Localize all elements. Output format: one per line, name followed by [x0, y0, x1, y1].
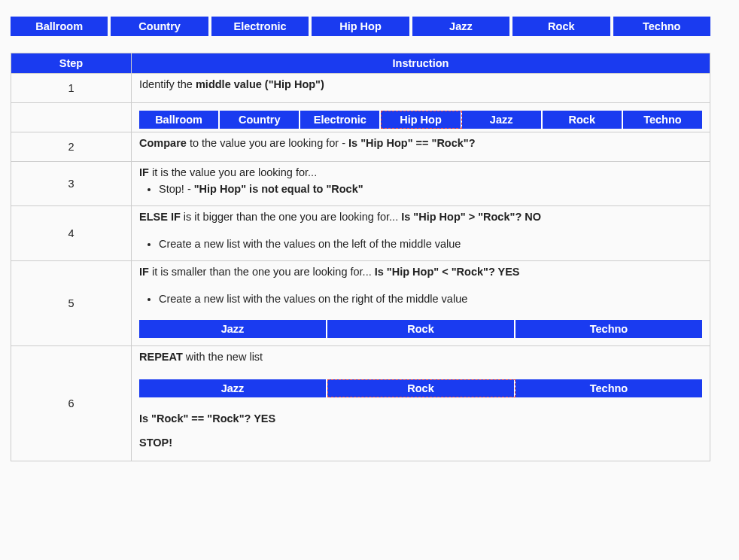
inner-cell: Jazz [139, 379, 327, 397]
instruction-cell: IF it is the value you are looking for..… [132, 162, 710, 206]
inner-cell: Techno [623, 111, 702, 129]
instruction-cell: Identify the middle value ("Hip Hop") [132, 74, 710, 103]
text: Identify the [139, 78, 196, 90]
steps-table: Step Instruction 1 Identify the middle v… [11, 53, 710, 461]
text-bold: middle value ("Hip Hop") [196, 78, 324, 90]
text-bold: Is "Hip Hop" == "Rock"? [348, 137, 476, 149]
genre-header: Ballroom Country Electronic Hip Hop Jazz… [11, 17, 710, 36]
table-row: Ballroom Country Electronic Hip Hop Jazz… [11, 103, 710, 132]
table-row: 2 Compare to the value you are looking f… [11, 132, 710, 162]
inner-row: Jazz Rock Techno [139, 379, 702, 397]
genre-cell: Ballroom [11, 17, 108, 36]
list-item: Stop! - "Hip Hop" is not equal to "Rock" [159, 183, 702, 195]
table-row: 1 Identify the middle value ("Hip Hop") [11, 74, 710, 103]
inner-cell: Rock [543, 111, 623, 129]
inner-cell: Jazz [462, 111, 543, 129]
table-row: 4 ELSE IF is it bigger than the one you … [11, 206, 710, 261]
text: with the new list [183, 351, 263, 363]
text-bold: IF [139, 166, 149, 178]
inner-cell: Country [220, 111, 300, 129]
step-number: 5 [11, 261, 132, 346]
text-bold: IF [139, 266, 149, 278]
inner-cell: Techno [515, 379, 702, 397]
text-bold: Compare [139, 137, 187, 149]
instruction-cell: REPEAT with the new list Jazz Rock Techn… [132, 346, 710, 461]
inner-row: Ballroom Country Electronic Hip Hop Jazz… [139, 111, 702, 129]
inner-cell: Techno [515, 320, 702, 338]
instruction-cell: Compare to the value you are looking for… [132, 132, 710, 162]
genre-cell: Techno [613, 17, 710, 36]
step-number: 6 [11, 346, 132, 461]
text: is it bigger than the one you are lookin… [181, 211, 401, 223]
genre-cell: Country [111, 17, 208, 36]
list-item: Create a new list with the values on the… [159, 293, 702, 305]
genre-cell: Hip Hop [312, 17, 409, 36]
step-number [11, 103, 132, 132]
genre-cell: Jazz [412, 17, 509, 36]
instruction-cell: ELSE IF is it bigger than the one you ar… [132, 206, 710, 261]
table-row: 5 IF it is smaller than the one you are … [11, 261, 710, 346]
text: it is the value you are looking for... [149, 166, 317, 178]
inner-cell: Rock [327, 320, 515, 338]
instruction-cell: IF it is smaller than the one you are lo… [132, 261, 710, 346]
text-bold: ELSE IF [139, 211, 181, 223]
text-bold: Is "Hip Hop" < "Rock"? YES [375, 266, 520, 278]
text-bold: Is "Hip Hop" > "Rock"? NO [401, 211, 541, 223]
text-bold: REPEAT [139, 351, 183, 363]
table-row: 6 REPEAT with the new list Jazz Rock Tec… [11, 346, 710, 461]
list-item: Create a new list with the values on the… [159, 238, 702, 250]
text-bold: Is "Rock" == "Rock"? YES [139, 412, 275, 425]
text-bold: STOP! [139, 437, 172, 449]
header-step: Step [11, 53, 132, 74]
step-number: 4 [11, 206, 132, 261]
genre-cell: Rock [512, 17, 610, 36]
step-number: 3 [11, 162, 132, 206]
text: Stop! - [159, 183, 194, 195]
inner-cell-highlighted: Rock [327, 379, 515, 397]
inner-cell: Jazz [139, 320, 327, 338]
text: it is smaller than the one you are looki… [149, 266, 375, 278]
header-instruction: Instruction [132, 53, 710, 74]
inner-cell: Ballroom [139, 111, 220, 129]
text: to the value you are looking for - [187, 137, 348, 149]
genre-cell: Electronic [211, 17, 309, 36]
table-row: 3 IF it is the value you are looking for… [11, 162, 710, 206]
inner-row: Jazz Rock Techno [139, 320, 702, 338]
step-number: 2 [11, 132, 132, 162]
inner-cell: Electronic [300, 111, 381, 129]
step-number: 1 [11, 74, 132, 103]
text-bold: "Hip Hop" is not equal to "Rock" [194, 183, 363, 195]
instruction-cell: Ballroom Country Electronic Hip Hop Jazz… [132, 103, 710, 132]
inner-cell-highlighted: Hip Hop [381, 111, 461, 129]
